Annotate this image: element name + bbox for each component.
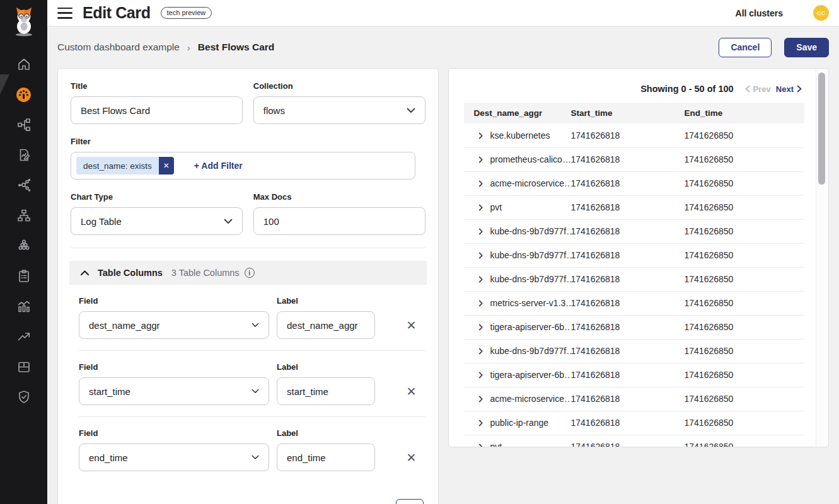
dest-name-cell: tigera-apiserver-6b… [490,370,571,380]
max-docs-input[interactable] [253,207,425,235]
dest-name-cell: prometheus-calico… [490,154,571,164]
end-time-cell: 1741626850 [685,147,804,171]
row-expand-icon[interactable] [477,204,484,211]
sidebar-item-security[interactable] [0,382,47,412]
sidebar-item-networking[interactable] [0,200,47,231]
chevron-up-icon[interactable] [80,270,90,276]
sidebar-item-image-assurance[interactable] [0,352,47,382]
breadcrumb-parent[interactable]: Custom dashboard example [57,42,180,53]
table-row: tigera-apiserver-6b…17416268181741626850 [464,315,804,339]
filter-chip-text: dest_name: exists [76,157,159,175]
start-time-cell: 1741626818 [571,171,685,195]
sidebar-item-service-graph[interactable] [0,110,47,140]
breadcrumb-separator: › [187,42,190,53]
chart-type-select[interactable]: Log Table [71,207,243,235]
dest-name-cell: kube-dns-9b7d977f… [490,274,571,284]
row-expand-icon[interactable] [477,372,484,379]
field-select[interactable]: end_time [79,444,269,471]
remove-column-button[interactable]: ✕ [407,452,417,464]
table-row: pvt17416268181741626850 [464,435,804,447]
hamburger-menu-icon[interactable] [57,8,72,19]
field-label: Field [79,362,269,372]
title-input[interactable] [71,96,243,124]
sidebar-item-flow-visualizations[interactable] [0,170,47,200]
shield-check-icon [16,389,32,404]
table-row: kube-dns-9b7d977f…17416268181741626850 [464,243,804,267]
table-column-row: Field start_time Label ✕ [79,351,425,417]
field-select[interactable]: start_time [79,377,269,405]
row-expand-icon[interactable] [477,300,484,307]
start-time-cell: 1741626818 [571,123,685,147]
table-header-row: Dest_name_aggr Start_time End_time [464,103,804,123]
home-icon [16,57,32,72]
remove-column-button[interactable]: ✕ [407,386,417,398]
filter-input-area[interactable]: dest_name: exists ✕ + Add Filter [71,152,415,180]
end-time-cell: 1741626850 [685,291,804,315]
avatar[interactable]: CC [813,5,829,21]
sidebar-item-dashboards[interactable] [0,79,47,110]
calico-logo[interactable] [9,5,39,38]
row-expand-icon[interactable] [477,396,484,403]
row-expand-icon[interactable] [477,228,484,235]
row-expand-icon[interactable] [477,276,484,283]
package-box-icon [16,359,32,374]
filter-chip: dest_name: exists ✕ [76,157,174,175]
clusters-icon [16,238,32,253]
scrollbar-track[interactable] [816,69,828,446]
row-expand-icon[interactable] [477,420,484,427]
next-page-button[interactable]: Next [776,84,802,94]
card-editor-form: Title Collection flows Filter [57,68,439,504]
row-expand-icon[interactable] [477,252,484,259]
remove-column-button[interactable]: ✕ [407,319,417,331]
row-expand-icon[interactable] [477,180,484,187]
label-input[interactable] [277,311,375,339]
max-docs-label: Max Docs [253,192,425,202]
dest-name-cell: acme-microservice… [490,394,571,404]
scrollbar-thumb[interactable] [818,72,825,185]
field-select[interactable]: dest_name_aggr [79,311,269,339]
end-time-cell: 1741626850 [685,267,804,291]
chart-type-value: Log Table [81,216,224,227]
collection-select[interactable]: flows [253,96,425,124]
column-header-end-time: End_time [685,103,804,123]
table-column-row: Field dest_name_aggr Label ✕ [79,285,425,351]
row-expand-icon[interactable] [477,132,484,139]
cancel-button[interactable]: Cancel [719,38,772,57]
network-tree-icon [16,208,32,223]
dest-name-cell: tigera-apiserver-6b… [490,322,571,332]
chevron-left-icon [745,85,750,93]
clipboard-icon [16,268,32,284]
row-expand-icon[interactable] [477,324,484,331]
column-header-start-time: Start_time [571,103,685,123]
dashboard-gauge-icon [16,87,32,103]
add-column-button[interactable]: + [396,499,424,504]
end-time-cell: 1741626850 [685,387,804,411]
row-expand-icon[interactable] [477,348,484,355]
label-input[interactable] [277,444,375,471]
save-button[interactable]: Save [784,38,829,57]
sidebar-item-threat-feeds[interactable] [0,321,47,352]
filter-chip-remove-button[interactable]: ✕ [159,157,174,175]
sidebar-item-logs[interactable] [0,291,47,321]
cluster-selector[interactable]: All clusters [736,8,783,18]
end-time-cell: 1741626850 [685,339,804,363]
collection-value: flows [263,105,407,116]
table-row: pvt17416268181741626850 [464,195,804,219]
row-expand-icon[interactable] [477,156,484,163]
row-expand-icon[interactable] [477,444,484,447]
table-columns-accordion[interactable]: Table Columns 3 Table Columns i [69,261,427,285]
add-filter-button[interactable]: + Add Filter [194,161,243,171]
sidebar-item-clusters[interactable] [0,231,47,261]
dest-name-cell: kse.kubernetes [490,130,550,140]
label-label: Label [277,296,375,306]
stats-chart-icon [16,299,32,314]
start-time-cell: 1741626818 [571,435,685,447]
sidebar-item-compliance[interactable] [0,261,47,291]
sidebar-item-policies[interactable] [0,140,47,170]
info-icon[interactable]: i [245,268,255,278]
dest-name-cell: acme-microservice… [490,178,571,188]
label-input[interactable] [277,377,375,405]
prev-page-button[interactable]: Prev [745,84,771,94]
table-row: kube-dns-9b7d977f…17416268181741626850 [464,267,804,291]
dest-name-cell: pvt [490,202,502,212]
